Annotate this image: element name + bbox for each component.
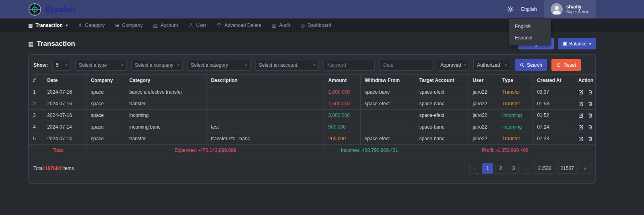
cell-amount: 1,000,000 [324, 86, 360, 98]
nav-item-audit[interactable]: ▥ Audit [272, 23, 290, 28]
company-icon: ⊞ [115, 23, 119, 28]
delete-icon[interactable] [588, 90, 593, 95]
pagination-page-2[interactable]: 2 [495, 163, 506, 174]
account-icon: ▤ [153, 23, 157, 28]
topbar: Ejsabet English shadly Super [0, 0, 644, 18]
trash-icon [217, 23, 221, 28]
cell-amount: 500,000 [324, 121, 360, 133]
chevron-down-icon: ▾ [245, 63, 247, 67]
account-select[interactable]: Select an account ▾ [255, 59, 319, 71]
approved-select[interactable]: Approved ▾ [437, 59, 469, 71]
edit-icon[interactable] [578, 136, 584, 141]
delete-icon[interactable] [588, 125, 593, 130]
language-option-espanol[interactable]: Español [509, 32, 551, 43]
user-name: shadly [566, 4, 589, 10]
nav-item-dashboard[interactable]: ◎ Dashboard [301, 23, 331, 28]
keyword-input[interactable] [323, 59, 375, 71]
cell-num: 3 [29, 110, 43, 121]
type-select[interactable]: Select a type ▾ [75, 59, 127, 71]
cell-user: jairo22 [469, 110, 498, 121]
cell-created-at: 01:52 [533, 110, 574, 121]
pagination-prev[interactable]: ‹ [469, 163, 480, 174]
search-button[interactable]: Search [515, 59, 547, 71]
user-menu[interactable]: shadly Super Admin [544, 0, 596, 18]
cell-num: 1 [29, 86, 43, 98]
show-count-select[interactable]: 5 ▾ [52, 59, 71, 71]
cell-date: 2024-07-14 [43, 133, 87, 145]
pagination-page-3[interactable]: 3 [508, 163, 519, 174]
cell-type: Incoming [498, 110, 533, 121]
total-items-count: 107684 [45, 166, 61, 171]
user-role: Super Admin [566, 10, 589, 14]
cell-category: transfer [125, 98, 207, 110]
pagination-page-21536[interactable]: 21536 [534, 163, 555, 174]
main-content: ▦ Transaction ✓ Organize ▣ Balance ▾ Sho… [28, 38, 596, 184]
col-amount: Amount [324, 75, 360, 86]
nav-item-transaction[interactable]: ▦ Transaction ▾ [28, 23, 68, 28]
nav-item-user[interactable]: User [188, 23, 206, 28]
nav-item-account[interactable]: ▤ Account [153, 23, 178, 28]
cell-user: jairo22 [469, 86, 498, 98]
delete-icon[interactable] [588, 101, 593, 106]
total-items-suffix: items [62, 166, 74, 171]
nav-label: Transaction [35, 23, 62, 28]
cell-amount: 1,500,000 [324, 98, 360, 110]
cell-company: space [87, 86, 125, 98]
nav-label: Account [161, 23, 178, 28]
theme-toggle-sun-icon[interactable] [507, 6, 514, 12]
show-count-value: 5 [56, 62, 59, 68]
cell-company: space [87, 110, 125, 121]
language-dropdown: English Español [509, 19, 551, 45]
cell-created-at: 07:24 [533, 121, 574, 133]
cell-num: 4 [29, 121, 43, 133]
cell-user: jairo22 [469, 98, 498, 110]
edit-icon[interactable] [578, 125, 584, 130]
cell-category: banco a efectivo transfer [125, 86, 207, 98]
chevron-down-icon: ▾ [177, 63, 179, 67]
language-switcher[interactable]: English [521, 6, 537, 12]
language-option-english[interactable]: English [509, 21, 551, 32]
cell-description [207, 110, 324, 121]
nav-item-company[interactable]: ⊞ Company [115, 23, 142, 28]
nav-label: User [196, 23, 206, 28]
nav-item-category[interactable]: ⋔ Category [78, 23, 105, 28]
edit-icon[interactable] [578, 90, 584, 95]
chevron-down-icon: ▾ [589, 42, 591, 46]
cell-withdraw-from [361, 121, 415, 133]
type-placeholder: Select a type [79, 62, 107, 68]
cell-amount: 200,000 [324, 133, 360, 145]
totals-incomes: Incomes: 468,790,909,431 [324, 145, 415, 156]
chevron-down-icon: ▾ [313, 63, 315, 67]
nav-item-advanced-delete[interactable]: Advanced Delete [217, 23, 261, 28]
category-select[interactable]: Select a category ▾ [187, 59, 251, 71]
brand-logo-icon [28, 3, 41, 16]
cell-target-account: space-efect [415, 110, 469, 121]
company-select[interactable]: Select a company ▾ [131, 59, 183, 71]
cell-target-account: space-banc [415, 133, 469, 145]
pagination-page-1[interactable]: 1 [482, 163, 493, 174]
edit-icon[interactable] [578, 113, 584, 118]
reset-button[interactable]: Reset [551, 59, 581, 71]
authorized-select[interactable]: Authorized ▾ [473, 59, 510, 71]
nav-label: Audit [279, 23, 290, 28]
pagination: ‹ 1 2 3 ... 21536 21537 › [469, 163, 590, 174]
balance-button[interactable]: ▣ Balance ▾ [558, 38, 596, 49]
edit-icon[interactable] [578, 101, 584, 106]
cell-num: 2 [29, 98, 43, 110]
brand-name: Ejsabet [45, 4, 76, 14]
pagination-page-21537[interactable]: 21537 [557, 163, 578, 174]
cell-description: test [207, 121, 324, 133]
delete-icon[interactable] [588, 113, 593, 118]
cell-category: incoming banc [125, 121, 207, 133]
delete-icon[interactable] [588, 136, 593, 141]
pagination-next[interactable]: › [580, 163, 590, 174]
table-row: 5 2024-07-14 space transfer transfer efc… [29, 133, 595, 145]
brand[interactable]: Ejsabet [28, 3, 76, 16]
avatar [551, 3, 563, 15]
approved-value: Approved [440, 62, 461, 68]
table-row: 1 2024-07-16 space banco a efectivo tran… [29, 86, 595, 98]
cell-num: 5 [29, 133, 43, 145]
date-input[interactable] [379, 59, 432, 71]
cell-type: Transfer [498, 133, 533, 145]
col-type: Type [498, 75, 533, 86]
